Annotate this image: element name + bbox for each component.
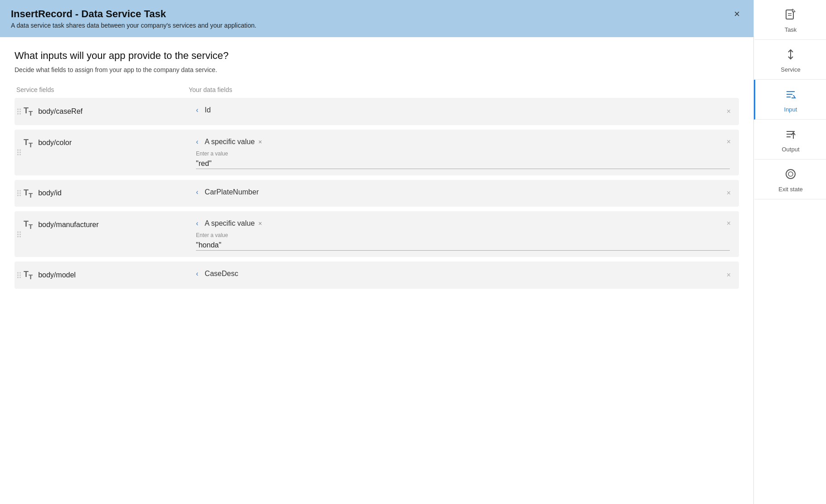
- assignment-row-2: ‹ CarPlateNumber: [196, 188, 730, 196]
- sidebar-item-task-label: Task: [785, 26, 797, 33]
- input-icon: [784, 88, 797, 103]
- field-right-4: ‹ CaseDesc: [196, 270, 730, 278]
- sidebar-item-service-label: Service: [781, 66, 800, 73]
- main-panel: InsertRecord - Data Service Task A data …: [0, 0, 753, 504]
- assignment-text-0[interactable]: Id: [205, 106, 210, 114]
- drag-handle: [17, 108, 21, 114]
- assignment-text-1[interactable]: A specific value: [205, 138, 254, 146]
- sidebar: Task Service Input: [753, 0, 826, 504]
- field-left-0: TT body/caseRef: [24, 106, 196, 117]
- table-row: TT body/caseRef ‹ Id ×: [15, 98, 739, 125]
- drag-handle-2: [17, 190, 21, 196]
- body-content: What inputs will your app provide to the…: [0, 37, 753, 504]
- assignment-text-3[interactable]: A specific value: [205, 219, 254, 228]
- col-header-service: Service fields: [16, 86, 189, 93]
- drag-handle-3: [17, 231, 21, 237]
- close-button[interactable]: ×: [731, 8, 743, 20]
- sidebar-item-exit-state[interactable]: Exit state: [754, 160, 826, 199]
- drag-handle-4: [17, 272, 21, 278]
- chevron-icon-1: ‹: [196, 138, 198, 146]
- value-section-3: Enter a value: [196, 232, 730, 251]
- field-name-3: body/manufacturer: [38, 221, 98, 229]
- field-left-2: TT body/id: [24, 188, 196, 199]
- service-icon: [784, 48, 797, 63]
- value-input-1[interactable]: [196, 159, 730, 169]
- field-name-0: body/caseRef: [38, 107, 83, 116]
- sidebar-item-exit-state-label: Exit state: [778, 186, 802, 193]
- chevron-icon-4: ‹: [196, 270, 198, 278]
- exit-state-icon: [784, 168, 797, 183]
- table-row: TT body/color ‹ A specific value × Enter…: [15, 130, 739, 175]
- field-right-2: ‹ CarPlateNumber: [196, 188, 730, 196]
- field-left-3: TT body/manufacturer: [24, 219, 196, 230]
- value-input-3[interactable]: [196, 240, 730, 251]
- remove-button-2[interactable]: ×: [727, 189, 731, 197]
- field-right-0: ‹ Id: [196, 106, 730, 114]
- assignment-row-0: ‹ Id: [196, 106, 730, 114]
- field-name-4: body/model: [38, 271, 76, 279]
- sidebar-item-input-label: Input: [784, 106, 797, 113]
- field-name-1: body/color: [38, 139, 72, 147]
- remove-button-4[interactable]: ×: [727, 271, 731, 279]
- field-name-2: body/id: [38, 189, 62, 197]
- header-subtitle: A data service task shares data between …: [11, 22, 256, 29]
- header-text: InsertRecord - Data Service Task A data …: [11, 8, 256, 29]
- table-row: TT body/model ‹ CaseDesc ×: [15, 262, 739, 289]
- type-icon-1: TT: [24, 138, 33, 149]
- column-headers: Service fields Your data fields: [15, 86, 739, 93]
- header-title: InsertRecord - Data Service Task: [11, 8, 256, 20]
- field-left-1: TT body/color: [24, 138, 196, 149]
- value-section-1: Enter a value: [196, 150, 730, 169]
- value-label-3: Enter a value: [196, 232, 730, 238]
- type-icon-4: TT: [24, 270, 33, 281]
- chevron-icon-0: ‹: [196, 106, 198, 114]
- col-header-data: Your data fields: [189, 86, 737, 93]
- svg-point-12: [786, 170, 795, 179]
- fields-list: TT body/caseRef ‹ Id ×: [15, 98, 739, 293]
- assignment-row-3: ‹ A specific value ×: [196, 219, 730, 228]
- assignment-text-2[interactable]: CarPlateNumber: [205, 188, 259, 196]
- assignment-text-4[interactable]: CaseDesc: [205, 270, 238, 278]
- sidebar-item-output-label: Output: [782, 146, 799, 153]
- assignment-row-4: ‹ CaseDesc: [196, 270, 730, 278]
- svg-point-13: [788, 172, 793, 176]
- section-desc: Decide what fields to assign from your a…: [15, 66, 739, 73]
- type-icon-0: TT: [24, 106, 33, 117]
- value-label-1: Enter a value: [196, 150, 730, 157]
- field-left-4: TT body/model: [24, 270, 196, 281]
- drag-handle-1: [17, 150, 21, 155]
- chevron-icon-2: ‹: [196, 188, 198, 196]
- sidebar-item-output[interactable]: Output: [754, 120, 826, 160]
- field-right-1: ‹ A specific value × Enter a value: [196, 138, 730, 169]
- sidebar-item-task[interactable]: Task: [754, 0, 826, 40]
- type-icon-2: TT: [24, 188, 33, 199]
- remove-button-1[interactable]: ×: [727, 138, 731, 146]
- field-right-3: ‹ A specific value × Enter a value: [196, 219, 730, 251]
- clear-assignment-1[interactable]: ×: [259, 138, 262, 145]
- task-icon: [784, 8, 797, 24]
- header: InsertRecord - Data Service Task A data …: [0, 0, 753, 37]
- chevron-icon-3: ‹: [196, 219, 198, 228]
- sidebar-item-input[interactable]: Input: [754, 80, 826, 120]
- type-icon-3: TT: [24, 219, 33, 230]
- remove-button-3[interactable]: ×: [727, 219, 731, 228]
- table-row: TT body/id ‹ CarPlateNumber ×: [15, 180, 739, 207]
- assignment-row-1: ‹ A specific value ×: [196, 138, 730, 146]
- sidebar-item-service[interactable]: Service: [754, 40, 826, 80]
- clear-assignment-3[interactable]: ×: [259, 220, 262, 227]
- remove-button-0[interactable]: ×: [727, 107, 731, 116]
- table-row: TT body/manufacturer ‹ A specific value …: [15, 211, 739, 257]
- output-icon: [784, 128, 797, 143]
- section-question: What inputs will your app provide to the…: [15, 50, 739, 62]
